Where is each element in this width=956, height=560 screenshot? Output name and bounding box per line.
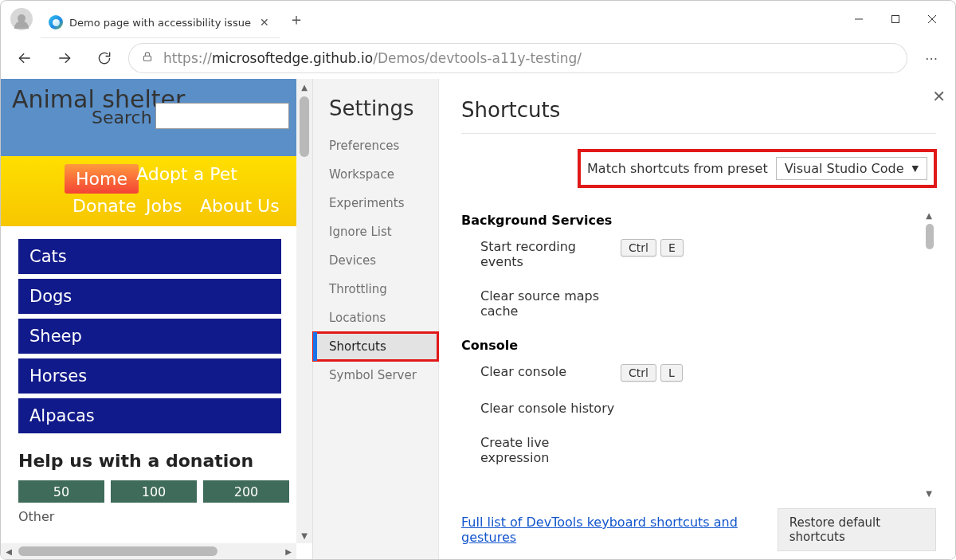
settings-item-symbol-server[interactable]: Symbol Server <box>313 361 438 390</box>
close-icon[interactable]: ✕ <box>932 87 946 106</box>
scroll-up-arrow-icon[interactable]: ▲ <box>922 208 936 222</box>
svg-rect-1 <box>892 16 899 23</box>
lock-icon <box>141 50 154 66</box>
list-item[interactable]: Cats <box>18 239 281 274</box>
address-bar[interactable]: https://microsoftedge.github.io/Demos/de… <box>128 43 907 73</box>
settings-item-shortcuts[interactable]: Shortcuts <box>313 332 438 361</box>
donation-button[interactable]: 200 <box>203 480 289 503</box>
search-label: Search <box>92 108 152 127</box>
scroll-left-arrow-icon[interactable]: ◀ <box>1 543 17 559</box>
nav-jobs[interactable]: Jobs <box>146 196 182 216</box>
site-nav: Home Adopt a Pet Donate Jobs About Us <box>1 156 297 226</box>
settings-item-devices[interactable]: Devices <box>313 246 438 275</box>
webpage-viewport: Animal shelter Search Home Adopt a Pet D… <box>1 79 313 559</box>
scroll-thumb[interactable] <box>926 224 934 249</box>
tab-close-button[interactable]: ✕ <box>257 15 272 29</box>
browser-titlebar: Demo page with accessibility issue ✕ ＋ <box>1 1 955 37</box>
settings-item-throttling[interactable]: Throttling <box>313 275 438 303</box>
shortcut-row: Create live expression <box>461 435 936 465</box>
settings-item-experiments[interactable]: Experiments <box>313 189 438 217</box>
svg-rect-6 <box>143 56 151 61</box>
url-path: /Demos/devtools-a11y-testing/ <box>373 50 582 66</box>
settings-item-workspace[interactable]: Workspace <box>313 160 438 189</box>
scroll-right-arrow-icon[interactable]: ▶ <box>280 543 296 559</box>
page-horizontal-scrollbar[interactable]: ◀ ▶ <box>1 543 296 559</box>
back-button[interactable] <box>9 42 41 74</box>
settings-item-preferences[interactable]: Preferences <box>313 131 438 160</box>
url-host: microsoftedge.github.io <box>212 50 373 66</box>
shortcut-label: Start recording events <box>461 239 621 269</box>
nav-home[interactable]: Home <box>65 164 139 194</box>
preset-value: Visual Studio Code <box>785 161 904 176</box>
new-tab-button[interactable]: ＋ <box>283 6 310 33</box>
preset-select[interactable]: Visual Studio Code ▼ <box>776 157 927 180</box>
refresh-button[interactable] <box>88 42 120 74</box>
nav-about[interactable]: About Us <box>200 196 280 216</box>
search-input[interactable] <box>155 103 289 129</box>
settings-item-locations[interactable]: Locations <box>313 303 438 332</box>
browser-toolbar: https://microsoftedge.github.io/Demos/de… <box>1 37 955 79</box>
chevron-down-icon: ▼ <box>912 163 919 174</box>
scroll-up-arrow-icon[interactable]: ▲ <box>301 79 308 95</box>
shortcut-row: Clear source maps cache <box>461 288 936 319</box>
shortcut-label: Clear source maps cache <box>461 288 621 319</box>
devtools-panel: Settings Preferences Workspace Experimen… <box>313 79 955 559</box>
nav-adopt[interactable]: Adopt a Pet <box>136 164 237 184</box>
list-item[interactable]: Alpacas <box>18 398 281 433</box>
window-maximize-button[interactable] <box>877 3 914 35</box>
list-item[interactable]: Sheep <box>18 319 281 354</box>
settings-main: ✕ Shortcuts Match shortcuts from preset … <box>439 79 955 559</box>
shortcuts-title: Shortcuts <box>461 98 936 134</box>
tab-title: Demo page with accessibility issue <box>69 17 251 29</box>
list-item[interactable]: Horses <box>18 358 281 394</box>
key-badge: Ctrl <box>621 239 656 257</box>
shortcuts-list: Background Services Start recording even… <box>461 208 936 500</box>
settings-item-ignore-list[interactable]: Ignore List <box>313 217 438 246</box>
shortcut-row: Clear console history <box>461 401 936 416</box>
browser-tab[interactable]: Demo page with accessibility issue ✕ <box>41 7 280 37</box>
scroll-thumb[interactable] <box>18 546 217 556</box>
key-badge: L <box>660 364 683 382</box>
settings-title: Settings <box>313 96 438 131</box>
scroll-down-arrow-icon[interactable]: ▼ <box>922 486 936 500</box>
forward-button[interactable] <box>49 42 80 74</box>
shortcut-row: Start recording events Ctrl E <box>461 239 936 269</box>
window-minimize-button[interactable] <box>840 3 877 35</box>
scroll-down-arrow-icon[interactable]: ▼ <box>301 527 308 543</box>
browser-menu-button[interactable]: ⋯ <box>915 42 947 74</box>
url-scheme: https:// <box>163 50 212 66</box>
edge-favicon-icon <box>49 15 63 29</box>
list-item[interactable]: Dogs <box>18 279 281 314</box>
settings-sidebar: Settings Preferences Workspace Experimen… <box>313 79 439 559</box>
nav-donate[interactable]: Donate <box>72 196 136 216</box>
full-list-link[interactable]: Full list of DevTools keyboard shortcuts… <box>461 515 762 545</box>
site-header: Animal shelter Search <box>1 79 297 156</box>
donation-other-label: Other <box>18 509 297 524</box>
window-close-button[interactable] <box>914 3 950 35</box>
shortcuts-scrollbar[interactable]: ▲ ▼ <box>922 208 936 500</box>
scroll-thumb[interactable] <box>300 96 309 157</box>
section-heading: Background Services <box>461 213 936 228</box>
donation-button[interactable]: 100 <box>111 480 197 503</box>
page-vertical-scrollbar[interactable]: ▲ ▼ <box>296 79 312 543</box>
shortcut-label: Clear console history <box>461 401 621 416</box>
restore-defaults-button[interactable]: Restore default shortcuts <box>778 508 936 551</box>
key-badge: E <box>660 239 684 257</box>
url-text: https://microsoftedge.github.io/Demos/de… <box>163 50 582 66</box>
profile-avatar[interactable] <box>10 8 33 30</box>
key-badge: Ctrl <box>621 364 656 382</box>
section-heading: Console <box>461 338 936 353</box>
preset-highlight: Match shortcuts from preset Visual Studi… <box>578 150 936 187</box>
shortcut-label: Create live expression <box>461 435 621 465</box>
preset-label: Match shortcuts from preset <box>587 161 768 176</box>
donation-heading: Help us with a donation <box>18 451 297 471</box>
shortcut-label: Clear console <box>461 364 621 379</box>
donation-button[interactable]: 50 <box>18 480 104 503</box>
shortcut-row: Clear console Ctrl L <box>461 364 936 382</box>
